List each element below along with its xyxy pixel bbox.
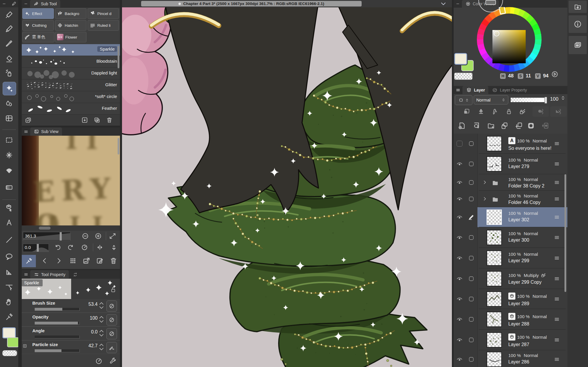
layer-row-menu[interactable] <box>554 356 560 363</box>
button-draft-layer-icon[interactable] <box>491 108 499 115</box>
layer-thumbnail[interactable] <box>487 291 502 307</box>
brush-row-bloodstain[interactable]: Bloodstain <box>22 56 120 68</box>
layer-visibility-toggle[interactable] <box>455 179 463 186</box>
rotate-right-button[interactable] <box>67 243 75 251</box>
layer-visibility-toggle[interactable] <box>455 275 463 283</box>
layer-thumbnail[interactable] <box>487 271 502 286</box>
tool-line[interactable] <box>3 233 16 246</box>
info-button[interactable] <box>569 15 587 33</box>
button-merge-down-icon[interactable] <box>514 121 523 130</box>
layer-visibility-toggle[interactable] <box>455 356 463 363</box>
subtool-group-tab-3[interactable]: Clothing <box>22 20 54 31</box>
folder-expand-chevron[interactable] <box>482 196 487 202</box>
layer-visibility-toggle[interactable] <box>455 234 463 241</box>
subtool-group-tab-6[interactable]: 雲 単色 <box>22 32 54 42</box>
layer-visibility-toggle[interactable] <box>455 254 463 262</box>
layer-visibility-toggle[interactable] <box>455 336 463 344</box>
layer-row-layer-302[interactable]: 100 %NormalLayer 302 <box>454 207 567 227</box>
layer-row-menu[interactable] <box>554 179 560 186</box>
layer-row-layer-287[interactable]: 100 %NormalLayer 287 <box>454 330 567 350</box>
tab-sub-view[interactable]: Sub View <box>30 127 62 136</box>
layer-visibility-toggle[interactable] <box>455 295 463 303</box>
property-action-button[interactable] <box>106 342 117 353</box>
subview-hscrollbar[interactable] <box>22 225 120 231</box>
layer-row-menu[interactable] <box>554 255 560 261</box>
brush-row-feather[interactable]: Feather <box>22 103 120 114</box>
layer-check-cell[interactable] <box>467 195 475 203</box>
tool-pencil[interactable] <box>3 22 16 35</box>
prev-image-button[interactable] <box>41 257 49 265</box>
layer-row-layer-299-copy[interactable]: 100 %MultiplyLayer 299 Copy <box>454 268 567 289</box>
image-list-button[interactable] <box>69 257 77 265</box>
subview-image[interactable]: ERY OIIIII <box>22 136 120 225</box>
transparent-swatch-panel[interactable] <box>454 73 472 80</box>
button-lock-alpha-icon[interactable] <box>519 108 526 115</box>
blend-mode-dropdown[interactable]: Normal <box>474 95 508 104</box>
open-image-button[interactable] <box>82 257 91 265</box>
layer-thumbnail[interactable] <box>487 312 502 327</box>
layer-check-cell[interactable] <box>467 234 475 241</box>
layer-row-layer-300[interactable]: 100 %NormalLayer 300 <box>454 227 567 248</box>
reset-rotation-button[interactable] <box>81 243 88 251</box>
palette-combo[interactable] <box>455 95 472 105</box>
layer-visibility-toggle[interactable] <box>455 160 463 168</box>
tool-autoselect[interactable] <box>3 149 16 162</box>
tab-stroke-settings[interactable] <box>69 270 82 279</box>
tool-property-menu-button[interactable] <box>24 272 29 277</box>
layer-visibility-toggle[interactable] <box>455 315 463 323</box>
button-apply-mask-icon[interactable] <box>541 121 550 130</box>
property-slider[interactable] <box>35 308 80 311</box>
tab-tool-property[interactable]: Tool Property <box>30 270 69 279</box>
brush-row-dappled-light[interactable]: Dappled light <box>22 68 120 79</box>
layer-thumbnail[interactable] <box>487 210 502 225</box>
zoom-out-button[interactable] <box>81 232 89 240</box>
tool-object[interactable] <box>3 201 16 214</box>
button-reference-layer-icon[interactable] <box>477 108 485 115</box>
canvases-button[interactable] <box>569 36 587 54</box>
subview-menu-button[interactable] <box>24 129 29 134</box>
layer-check-cell[interactable] <box>467 213 475 221</box>
property-action-button[interactable] <box>106 300 117 312</box>
flip-horizontal-button[interactable] <box>96 243 104 251</box>
subtool-group-tab-5[interactable]: Ruled li <box>88 20 119 31</box>
reset-all-settings-button[interactable] <box>95 357 103 365</box>
brush-row-sparkle[interactable]: Sparkle <box>22 44 120 56</box>
tool-airbrush[interactable] <box>3 67 16 79</box>
flip-vertical-button[interactable] <box>110 243 118 251</box>
layer-row-menu[interactable] <box>554 316 560 323</box>
layer-check-cell[interactable] <box>467 160 475 168</box>
canvas-artwork[interactable] <box>122 7 452 367</box>
tool-frameborder[interactable] <box>3 280 16 293</box>
brush-row--soft--circle[interactable]: *soft* circle <box>22 91 120 103</box>
button-delete-layer-icon[interactable] <box>554 121 563 130</box>
subtool-group-tab-0[interactable]: Effect <box>22 8 54 19</box>
layer-thumbnail[interactable] <box>487 156 502 172</box>
layer-check-cell[interactable] <box>467 275 475 283</box>
folder-expand-chevron[interactable] <box>482 180 487 185</box>
layer-row-menu[interactable] <box>554 296 560 302</box>
tool-eraser[interactable] <box>3 52 16 65</box>
layer-row-menu[interactable] <box>554 275 560 282</box>
button-new-layer2-icon[interactable] <box>472 121 481 130</box>
button-transfer-down-icon[interactable] <box>500 121 509 130</box>
canvas-title-bar[interactable]: Chapter 4 Part 3* (2500 x 1667px 300dpi … <box>141 1 362 6</box>
subtool-group-tab-4[interactable]: Hatchin <box>55 20 86 31</box>
layer-check-cell[interactable] <box>467 140 475 147</box>
canvas-drawing[interactable] <box>122 7 452 367</box>
property-slider[interactable] <box>35 322 80 325</box>
layer-check-cell[interactable] <box>467 315 475 323</box>
main-color-swatch[interactable] <box>2 327 16 338</box>
next-image-button[interactable] <box>55 257 63 265</box>
color-mode-toggle[interactable] <box>551 70 559 78</box>
transparent-color-swatch[interactable] <box>2 350 17 356</box>
tool-frame[interactable] <box>3 112 16 125</box>
layer-visibility-toggle[interactable] <box>455 140 463 147</box>
tool-hand[interactable] <box>3 295 16 308</box>
duplicate-subtool-button[interactable] <box>93 117 101 124</box>
property-stepper[interactable] <box>99 342 104 352</box>
property-stepper[interactable] <box>99 301 104 310</box>
rotate-left-button[interactable] <box>54 243 61 251</box>
layer-check-cell[interactable] <box>467 179 475 186</box>
advanced-settings-button[interactable] <box>109 357 117 365</box>
layer-list-scrollbar[interactable] <box>564 174 566 292</box>
